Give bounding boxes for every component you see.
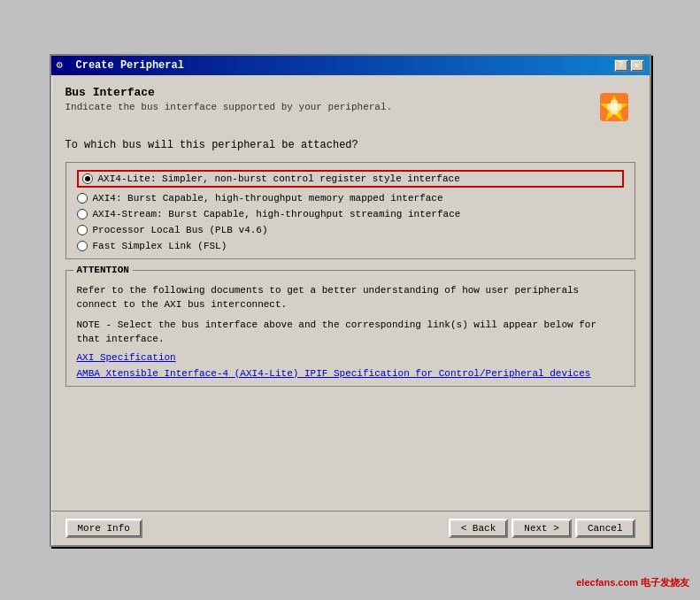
axi-spec-link[interactable]: AXI Specification	[77, 352, 624, 363]
radio-input-axi4	[77, 193, 88, 204]
header-title: Bus Interface	[65, 86, 593, 99]
more-info-button[interactable]: More Info	[65, 519, 142, 538]
radio-label-axi4stream: AXI4-Stream: Burst Capable, high-through…	[93, 209, 461, 219]
attention-text-line2: NOTE - Select the bus interface above an…	[77, 318, 624, 347]
content-spacer	[65, 394, 635, 500]
radio-input-axi4lite	[82, 173, 93, 184]
window-title: Create Peripheral	[76, 59, 184, 72]
dialog-content: Bus Interface Indicate the bus interface…	[51, 75, 650, 511]
header-section: Bus Interface Indicate the bus interface…	[65, 86, 635, 128]
attention-legend: ATTENTION	[73, 265, 133, 275]
watermark: elecfans.com 电子发烧友	[576, 576, 689, 589]
radio-label-axi4: AXI4: Burst Capable, high-throughput mem…	[93, 193, 443, 204]
window-icon: ⚙	[57, 58, 71, 73]
radio-plb[interactable]: Processor Local Bus (PLB v4.6)	[77, 225, 624, 235]
close-button[interactable]: ✕	[630, 59, 644, 72]
next-button[interactable]: Next >	[512, 519, 572, 538]
radio-label-axi4lite: AXI4-Lite: Simpler, non-burst control re…	[98, 173, 460, 184]
attention-text-line1: Refer to the following documents to get …	[77, 283, 624, 312]
title-bar: ⚙ Create Peripheral ? ✕	[51, 56, 650, 75]
main-window: ⚙ Create Peripheral ? ✕ Bus Interface In…	[50, 54, 651, 547]
bus-options-box: AXI4-Lite: Simpler, non-burst control re…	[65, 162, 635, 259]
radio-label-fsl: Fast Simplex Link (FSL)	[93, 241, 227, 251]
radio-axi4stream[interactable]: AXI4-Stream: Burst Capable, high-through…	[77, 209, 624, 219]
radio-axi4[interactable]: AXI4: Burst Capable, high-throughput mem…	[77, 193, 624, 204]
amba-spec-link[interactable]: AMBA Xtensible Interface-4 (AXI4-Lite) I…	[77, 368, 624, 379]
help-button[interactable]: ?	[614, 59, 628, 72]
radio-label-plb: Processor Local Bus (PLB v4.6)	[93, 225, 268, 235]
radio-axi4lite[interactable]: AXI4-Lite: Simpler, non-burst control re…	[77, 170, 624, 188]
radio-fsl[interactable]: Fast Simplex Link (FSL)	[77, 241, 624, 251]
radio-dot-axi4lite	[85, 176, 90, 181]
question-text: To which bus will this peripheral be att…	[65, 139, 635, 151]
radio-input-fsl	[77, 241, 88, 251]
bottom-bar: More Info < Back Next > Cancel	[51, 511, 650, 545]
attention-section: ATTENTION Refer to the following documen…	[65, 270, 635, 387]
cancel-button[interactable]: Cancel	[575, 519, 635, 538]
header-subtitle: Indicate the bus interface supported by …	[65, 102, 593, 112]
radio-input-plb	[77, 225, 88, 235]
back-button[interactable]: < Back	[449, 519, 509, 538]
svg-rect-3	[607, 104, 621, 111]
wizard-icon	[593, 86, 635, 128]
radio-input-axi4stream	[77, 209, 88, 219]
nav-buttons: < Back Next > Cancel	[449, 519, 635, 538]
